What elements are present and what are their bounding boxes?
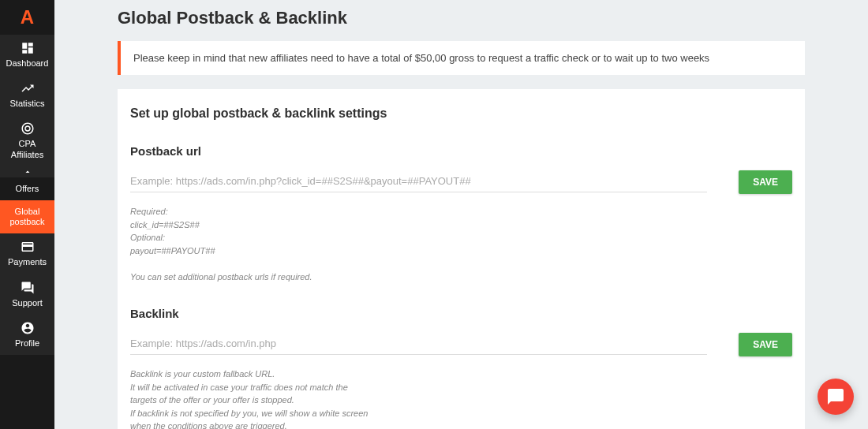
settings-card: Set up global postback & backlink settin… [118, 89, 805, 429]
backlink-input[interactable] [130, 333, 707, 355]
credit-card-icon [21, 240, 35, 254]
chevron-up-icon [23, 167, 32, 177]
save-postback-button[interactable]: SAVE [739, 170, 792, 194]
sidebar-item-global-postback[interactable]: Global postback [0, 200, 54, 233]
sidebar-item-dashboard[interactable]: Dashboard [0, 35, 54, 75]
sidebar-item-cpa-affiliates[interactable]: CPA Affiliates [0, 115, 54, 166]
person-icon [21, 321, 35, 335]
postback-url-input[interactable] [130, 170, 707, 192]
backlink-hint: Backlink is your custom fallback URL.It … [130, 367, 792, 429]
sidebar-item-label: CPA Affiliates [2, 139, 53, 159]
chat-bubble-icon [826, 387, 845, 406]
sidebar-item-payments[interactable]: Payments [0, 233, 54, 274]
sidebar-item-support[interactable]: Support [0, 274, 54, 315]
sidebar: A Dashboard Statistics CPA Affiliates Of… [0, 0, 54, 429]
sidebar-item-label: Dashboard [6, 58, 49, 69]
sidebar-item-offers[interactable]: Offers [0, 177, 54, 200]
chat-widget[interactable] [817, 379, 854, 415]
postback-section-title: Postback url [130, 144, 792, 158]
logo-text: A [21, 6, 34, 28]
postback-hint: Required:click_id=##S2S##Optional:payout… [130, 205, 792, 283]
save-backlink-button[interactable]: SAVE [739, 333, 792, 356]
sidebar-item-label: Support [12, 298, 43, 308]
logo[interactable]: A [0, 0, 54, 35]
sidebar-item-label: Global postback [2, 207, 53, 227]
sidebar-item-label: Statistics [9, 99, 44, 109]
alert-text: Please keep in mind that new affiliates … [133, 52, 709, 64]
dashboard-icon [21, 41, 35, 55]
sidebar-item-label: Payments [8, 257, 47, 267]
page-title: Global Postback & Backlink [86, 0, 836, 41]
main-content: Global Postback & Backlink Please keep i… [54, 0, 868, 429]
card-title: Set up global postback & backlink settin… [130, 106, 792, 121]
info-alert: Please keep in mind that new affiliates … [118, 41, 805, 75]
trending-icon [21, 81, 35, 95]
target-icon [21, 121, 35, 136]
sidebar-item-profile[interactable]: Profile [0, 315, 54, 355]
sidebar-item-statistics[interactable]: Statistics [0, 75, 54, 115]
sidebar-item-label: Offers [16, 184, 39, 194]
chat-icon [21, 281, 35, 295]
sidebar-item-label: Profile [15, 338, 39, 349]
backlink-section-title: Backlink [130, 307, 792, 320]
expand-toggle[interactable] [0, 166, 54, 177]
